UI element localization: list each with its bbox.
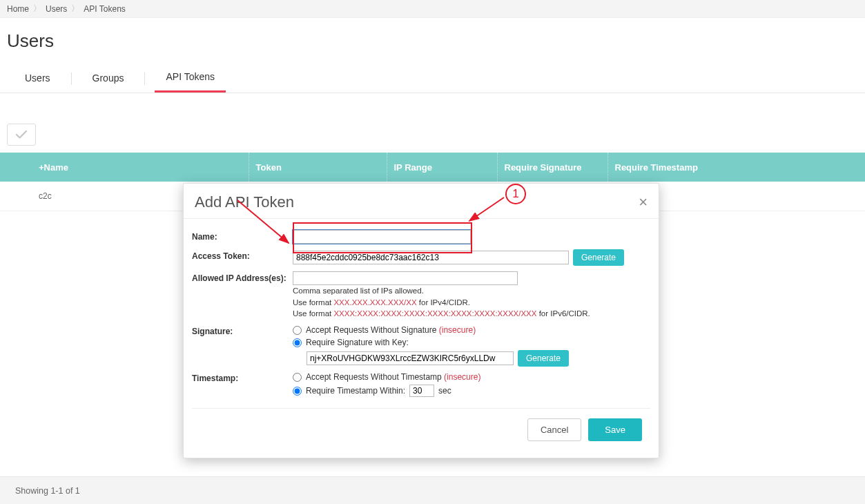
dialog-title: Add API Token xyxy=(195,193,294,211)
breadcrumb: Home 〉 Users 〉 API Tokens xyxy=(0,0,865,18)
col-token[interactable]: Token xyxy=(249,153,387,182)
tab-users[interactable]: Users xyxy=(14,66,61,92)
tab-api-tokens[interactable]: API Tokens xyxy=(155,64,226,93)
tab-separator xyxy=(71,72,72,85)
chevron-right-icon: 〉 xyxy=(33,3,41,14)
col-require-timestamp[interactable]: Require Timestamp xyxy=(608,153,865,182)
check-icon xyxy=(15,130,28,139)
col-name[interactable]: +Name xyxy=(0,153,249,182)
breadcrumb-api-tokens: API Tokens xyxy=(84,4,125,14)
tabs: Users Groups API Tokens xyxy=(0,64,865,93)
tab-separator xyxy=(144,72,145,85)
tab-groups[interactable]: Groups xyxy=(81,66,135,92)
breadcrumb-home[interactable]: Home xyxy=(7,4,29,14)
add-api-token-dialog: Add API Token × Name: Access Token: Gene… xyxy=(183,183,659,211)
col-require-signature[interactable]: Require Signature xyxy=(497,153,608,182)
page-title: Users xyxy=(0,18,865,64)
col-ip-range[interactable]: IP Range xyxy=(387,153,497,182)
chevron-right-icon: 〉 xyxy=(71,3,79,14)
approve-button[interactable] xyxy=(7,124,36,146)
close-icon[interactable]: × xyxy=(639,195,648,210)
breadcrumb-users[interactable]: Users xyxy=(46,4,67,14)
